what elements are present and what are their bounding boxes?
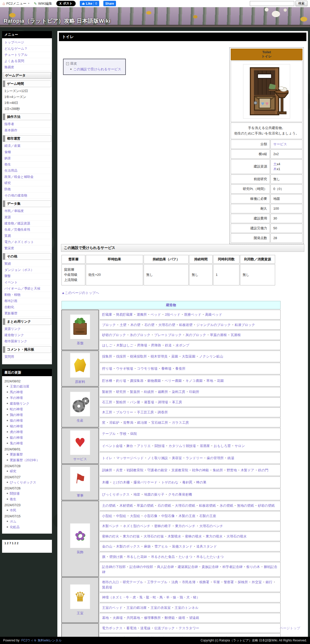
sidebar-link[interactable]: 防衛 bbox=[2, 186, 52, 193]
recent-update-link[interactable]: 市民 bbox=[10, 509, 16, 512]
building-link[interactable]: 伝送ブロック bbox=[154, 626, 175, 630]
building-link[interactable]: 舞台 bbox=[126, 444, 133, 448]
building-link[interactable]: 草葉の壁紙 bbox=[137, 504, 153, 507]
building-link[interactable]: 王室のベッド bbox=[102, 606, 122, 610]
building-link[interactable]: 探検所 bbox=[238, 580, 248, 584]
building-link[interactable]: 大型絵 bbox=[130, 514, 140, 518]
toc-link[interactable]: この施設で受けられるサービス bbox=[73, 67, 121, 71]
building-link[interactable]: ガラス工房 bbox=[172, 421, 189, 425]
building-link[interactable]: 地雷 bbox=[133, 493, 140, 496]
building-link[interactable]: 木製ドア bbox=[241, 468, 254, 472]
building-link[interactable]: 木製ベンチ bbox=[102, 524, 119, 528]
building-link[interactable]: 小型絵 bbox=[102, 514, 112, 518]
building-link[interactable]: とげの木柵 bbox=[113, 480, 130, 484]
building-link[interactable]: 大理石の壁 bbox=[158, 323, 175, 327]
building-link[interactable]: 採集所 bbox=[102, 354, 112, 358]
fc2-wiki-link[interactable]: FC2ウィキ bbox=[21, 639, 37, 642]
sidebar-link[interactable]: 襲撃 bbox=[2, 273, 52, 279]
building-link[interactable]: 2段ベッド bbox=[165, 313, 180, 316]
building-link[interactable]: 無地の壁紙 bbox=[237, 504, 254, 507]
building-link[interactable]: 運搬所 bbox=[137, 313, 147, 316]
building-link[interactable]: 雪アヒル bbox=[154, 544, 168, 548]
building-link[interactable]: 麻袋 bbox=[144, 544, 151, 548]
building-link[interactable]: 記念碑の下段部 bbox=[102, 565, 126, 569]
building-link[interactable]: サロン bbox=[235, 444, 245, 448]
building-category-link[interactable]: 原材料 bbox=[75, 380, 85, 384]
sidebar-link[interactable]: 衛生 bbox=[2, 162, 52, 168]
building-link[interactable]: 木の壁 bbox=[130, 323, 140, 327]
building-link[interactable]: テスラタワー bbox=[179, 626, 199, 630]
building-link[interactable]: 毒針罠 bbox=[182, 480, 192, 484]
building-link[interactable]: 木製の王座 bbox=[179, 514, 195, 518]
sidebar-link[interactable]: その他の建造物 bbox=[2, 193, 52, 199]
building-link[interactable]: 貿易場 bbox=[102, 585, 112, 589]
building-link[interactable]: 屠畜場 bbox=[144, 400, 154, 404]
building-link[interactable]: 研究所 bbox=[116, 390, 126, 394]
building-link[interactable]: 造幣局 bbox=[123, 421, 133, 425]
building-link[interactable]: 王室のトンネル bbox=[175, 606, 199, 610]
building-link[interactable]: 草葉の屋根 bbox=[210, 333, 227, 337]
building-link[interactable]: 密林の灯火 bbox=[102, 534, 119, 538]
recent-update-link[interactable]: 更新履歴 bbox=[10, 453, 23, 456]
building-link[interactable]: 粘液ブロック bbox=[235, 323, 255, 327]
building-link[interactable]: 鉄道 bbox=[165, 343, 172, 347]
building-link[interactable]: 電力ボックス bbox=[102, 626, 122, 630]
building-link[interactable]: イベント会場 bbox=[102, 444, 122, 448]
building-link[interactable]: 氷の壁紙 bbox=[220, 504, 233, 507]
sidebar-link[interactable]: 更新履歴 bbox=[2, 310, 52, 317]
building-link[interactable]: 工学テーブル bbox=[147, 580, 167, 584]
building-link[interactable]: 法典 bbox=[171, 580, 178, 584]
building-link[interactable]: 兵営 bbox=[116, 468, 123, 472]
building-link[interactable]: 菜園 bbox=[171, 354, 178, 358]
building-link[interactable]: 居酒屋 bbox=[200, 444, 210, 448]
building-link[interactable]: 樹液採取所 bbox=[130, 354, 147, 358]
building-link[interactable]: 大理石の壁紙 bbox=[175, 504, 195, 507]
building-link[interactable]: 美容室 bbox=[172, 456, 182, 460]
building-link[interactable]: 祭りの木 bbox=[246, 565, 260, 569]
building-link[interactable]: 養蜂場 bbox=[161, 367, 171, 370]
building-link[interactable]: アトリエ bbox=[137, 444, 151, 448]
building-link[interactable]: 革工房 bbox=[172, 400, 182, 404]
building-link[interactable]: ベッド bbox=[151, 313, 161, 316]
building-link[interactable]: 地震の振り子 bbox=[144, 493, 164, 496]
sidebar-link[interactable]: 資源 bbox=[2, 214, 52, 221]
building-link[interactable]: 染料工房 bbox=[172, 390, 185, 394]
search-button[interactable]: 検索 bbox=[296, 1, 307, 6]
x-post-button[interactable]: X ポスト bbox=[56, 1, 76, 6]
sidebar-link[interactable]: 政策／税金と補助金 bbox=[2, 174, 52, 180]
building-link[interactable]: 鉄の門 bbox=[258, 468, 268, 472]
building-link[interactable]: カタツムリ競技場 bbox=[168, 444, 196, 448]
building-link[interactable]: 修理事務所 bbox=[144, 616, 161, 620]
building-link[interactable]: ウサギ牧場 bbox=[116, 367, 133, 370]
building-link[interactable]: 露採集器 bbox=[130, 379, 143, 383]
building-link[interactable]: 王室の鍛冶屋 bbox=[126, 606, 146, 610]
building-link[interactable]: プレートブロック bbox=[154, 333, 182, 337]
building-link[interactable]: 宝石細工所 bbox=[151, 421, 168, 425]
building-link[interactable]: 印刷所 bbox=[189, 390, 199, 394]
recent-update-link[interactable]: 猪の神壇 bbox=[10, 425, 23, 428]
building-link[interactable]: 土壁 bbox=[120, 323, 126, 327]
building-link[interactable]: 穀物農園 bbox=[147, 379, 161, 383]
page-top-link[interactable]: ページトップ bbox=[280, 626, 300, 631]
sidebar-link[interactable]: 都市計画 bbox=[2, 298, 52, 304]
building-link[interactable]: 旗 bbox=[102, 555, 105, 559]
building-link[interactable]: 牢屋 bbox=[213, 580, 220, 584]
building-link[interactable]: 都市の入口 bbox=[102, 580, 119, 584]
sidebar-link[interactable]: 研究 bbox=[2, 180, 52, 186]
building-link[interactable]: 裁断所 bbox=[158, 390, 168, 394]
building-link[interactable]: 火葬場 bbox=[113, 616, 123, 620]
building-link[interactable]: ブロック bbox=[102, 323, 116, 327]
building-link[interactable]: 昇降路 bbox=[151, 343, 161, 347]
sidebar-link[interactable]: 難易度 bbox=[2, 64, 52, 71]
building-link[interactable]: クモの巣発射機 bbox=[168, 493, 192, 496]
building-link[interactable]: 医療ベッド bbox=[184, 313, 201, 316]
recent-update-link[interactable]: 猿の神壇 bbox=[10, 419, 23, 422]
building-link[interactable]: 戦争の神殿 bbox=[192, 468, 209, 472]
building-link[interactable]: 戦闘教育院 bbox=[127, 468, 143, 472]
building-link[interactable]: 蓄電池 bbox=[126, 626, 136, 630]
building-link[interactable]: はしご bbox=[102, 343, 112, 347]
building-link[interactable]: パン屋 bbox=[130, 400, 140, 404]
building-link[interactable]: 東方の灯籠 bbox=[123, 534, 140, 538]
building-link[interactable]: 東方の噴水 bbox=[206, 534, 222, 538]
building-link[interactable]: 製粉所 bbox=[116, 400, 126, 404]
